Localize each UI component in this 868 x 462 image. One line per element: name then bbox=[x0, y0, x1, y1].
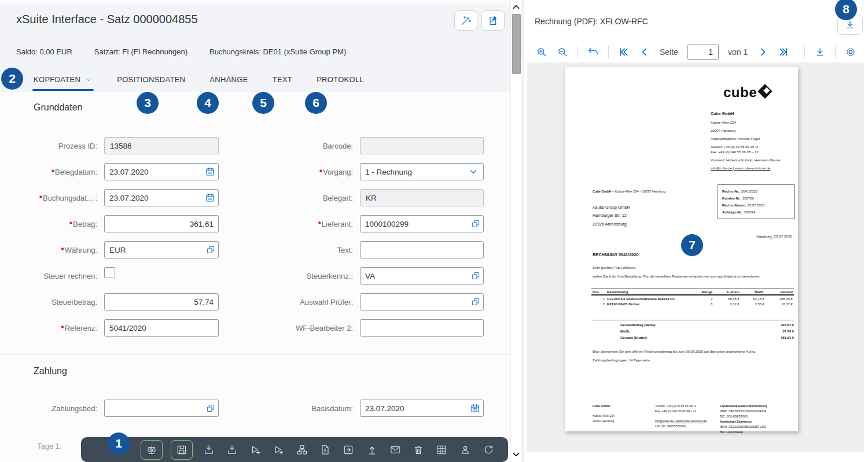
belegart-field: KR bbox=[360, 189, 484, 206]
table-row: 1 CLEARTEX Bodenschutzmatte 89X119 PC 3 … bbox=[591, 295, 794, 302]
agent-button[interactable] bbox=[458, 442, 472, 457]
belegart-label: Belegart: bbox=[262, 194, 360, 202]
invoice-amounts-button[interactable] bbox=[318, 442, 332, 457]
first-page-button[interactable] bbox=[618, 46, 630, 58]
tab-kopfdaten[interactable]: KOPFDATEN bbox=[34, 68, 93, 91]
download-icon bbox=[844, 19, 856, 31]
belegdatum-input[interactable] bbox=[104, 163, 219, 180]
tab-bar: KOPFDATEN POSITIONSDATEN ANHÄNGE TEXT PR… bbox=[0, 68, 510, 91]
zoom-out-button[interactable] bbox=[557, 46, 568, 58]
basisdatum-input[interactable] bbox=[360, 400, 484, 417]
org-chart-button[interactable] bbox=[295, 442, 309, 457]
calendar-icon[interactable] bbox=[470, 403, 480, 413]
next-page-button[interactable] bbox=[757, 46, 768, 58]
tab-positionsdaten[interactable]: POSITIONSDATEN bbox=[117, 68, 185, 91]
scroll-down-arrow[interactable] bbox=[511, 450, 521, 459]
zoom-in-button[interactable] bbox=[536, 46, 547, 58]
tab-anhaenge[interactable]: ANHÄNGE bbox=[209, 68, 248, 91]
prev-page-icon bbox=[639, 46, 650, 58]
buchungskreis-text: Buchungskreis: DE01 (xSuite Group PM) bbox=[209, 47, 346, 56]
barcode-label: Barcode: bbox=[262, 142, 360, 150]
undo-button[interactable] bbox=[587, 46, 599, 58]
doc-dollar-icon bbox=[319, 444, 331, 456]
pdf-viewer-area[interactable]: cube Cube GmbH Kubus-Allee 234 20097 Ham… bbox=[527, 62, 864, 452]
text-input[interactable] bbox=[360, 241, 484, 258]
tray-download-icon bbox=[203, 444, 215, 456]
forward-button[interactable] bbox=[341, 442, 355, 457]
form-area: Grunddaten Prozess ID: 13586 *Belegdatum… bbox=[0, 91, 510, 426]
zahlungsbed-input[interactable] bbox=[104, 400, 219, 417]
steuerkennz-input[interactable] bbox=[360, 267, 484, 284]
annotation-3: 3 bbox=[137, 92, 159, 114]
referenz-input[interactable] bbox=[104, 319, 219, 337]
calendar-icon[interactable] bbox=[205, 167, 215, 177]
value-help-icon[interactable] bbox=[471, 297, 480, 306]
invoice-terms: Zahlungsbedingungen: 14 Tage netto bbox=[593, 358, 650, 362]
zahlungsbed-label: Zahlungsbed: bbox=[0, 404, 104, 413]
tab-protokoll[interactable]: PROTOKOLL bbox=[317, 68, 364, 91]
value-help-icon[interactable] bbox=[206, 245, 215, 254]
start-workflow-alt-button[interactable] bbox=[271, 442, 285, 457]
waehrung-input[interactable] bbox=[104, 241, 219, 258]
betrag-input[interactable] bbox=[104, 215, 219, 232]
steuerbetrag-input[interactable] bbox=[104, 293, 219, 311]
save-icon bbox=[176, 444, 187, 456]
annotation-5: 5 bbox=[252, 92, 274, 114]
zoom-out-icon bbox=[557, 46, 568, 58]
last-page-icon bbox=[778, 46, 789, 58]
trash-icon bbox=[413, 444, 424, 456]
buchungsdatum-label: *Buchungsdat... : bbox=[0, 194, 104, 202]
scrollbar-thumb[interactable] bbox=[512, 14, 521, 74]
tab-text[interactable]: TEXT bbox=[273, 68, 292, 91]
document-form-panel: xSuite Interface - Satz 0000004855 Saldo… bbox=[0, 0, 510, 462]
checkin-alt-button[interactable] bbox=[225, 442, 239, 457]
barcode-field bbox=[360, 137, 484, 154]
vorgang-label: *Vorgang: bbox=[262, 168, 360, 176]
invoice-info-box: Rechn.-Nr.: 5041/2020 Kunden Nr.: 108788… bbox=[718, 184, 795, 219]
invoice-city-date: Hamburg, 23.07.2020 bbox=[756, 235, 792, 239]
cube-diamond-icon bbox=[757, 84, 772, 98]
download-pdf-button[interactable] bbox=[814, 46, 826, 58]
wf-bearbeiter2-label: WF-Bearbeiter 2: bbox=[262, 324, 360, 332]
pdf-viewer-panel: Rechnung (PDF): XFLOW-RFC Seite von 1 cu… bbox=[524, 0, 868, 462]
cube-logo: cube bbox=[723, 84, 770, 101]
calendar-icon[interactable] bbox=[205, 193, 215, 203]
prev-page-button[interactable] bbox=[639, 46, 650, 58]
value-help-icon[interactable] bbox=[206, 404, 215, 413]
annotation-7: 7 bbox=[681, 234, 703, 256]
upload-button[interactable] bbox=[365, 442, 379, 457]
forward-icon bbox=[343, 444, 354, 456]
wf-bearbeiter2-input[interactable] bbox=[360, 319, 484, 337]
scroll-up-arrow[interactable] bbox=[511, 2, 521, 12]
last-page-button[interactable] bbox=[778, 46, 789, 58]
note-pin-button[interactable] bbox=[481, 10, 505, 31]
save-button[interactable] bbox=[171, 441, 192, 459]
left-scrollbar[interactable] bbox=[510, 0, 521, 462]
checkin-button[interactable] bbox=[202, 442, 216, 457]
table-view-button[interactable] bbox=[435, 442, 448, 457]
steuer-rechnen-checkbox[interactable] bbox=[104, 267, 115, 278]
page-number-input[interactable] bbox=[687, 45, 719, 60]
value-help-icon[interactable] bbox=[471, 271, 480, 280]
magic-wand-button[interactable] bbox=[454, 10, 477, 31]
scale-simulate-button[interactable] bbox=[141, 441, 162, 459]
page-title: xSuite Interface - Satz 0000004855 bbox=[16, 13, 198, 26]
steuer-rechnen-label: Steuer rechnen: bbox=[0, 272, 104, 280]
vorgang-select[interactable]: 1 - Rechnung bbox=[360, 163, 484, 180]
toolbar-separator bbox=[835, 46, 836, 58]
email-button[interactable] bbox=[388, 442, 402, 457]
refresh-button[interactable] bbox=[481, 442, 495, 457]
lieferant-input[interactable] bbox=[360, 215, 484, 232]
upload-icon bbox=[366, 444, 378, 456]
start-workflow-button[interactable] bbox=[248, 442, 262, 457]
value-help-icon[interactable] bbox=[471, 219, 480, 228]
caret-down-icon bbox=[512, 450, 521, 459]
bottom-toolbar bbox=[81, 437, 508, 462]
seite-label: Seite bbox=[660, 47, 678, 57]
auswahl-pruefer-input[interactable] bbox=[360, 293, 484, 311]
delete-button[interactable] bbox=[411, 442, 425, 457]
page-count-label: von 1 bbox=[728, 47, 748, 57]
invoice-intro: vielen Dank für Ihre Bestellung. Für die… bbox=[593, 274, 760, 278]
settings-button[interactable] bbox=[845, 46, 856, 58]
buchungsdatum-input[interactable] bbox=[104, 189, 219, 206]
